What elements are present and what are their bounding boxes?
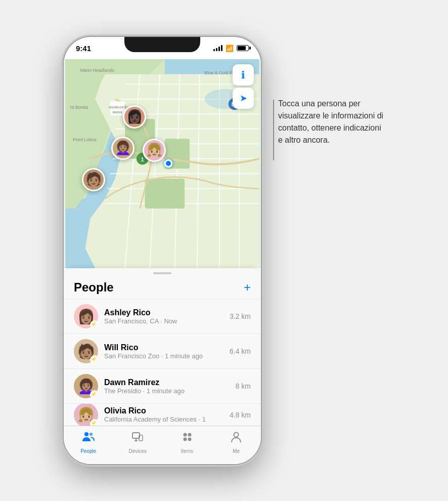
status-icons: 📶: [213, 45, 249, 52]
svg-rect-21: [145, 179, 185, 208]
person-location-ashley: San Francisco, CA · Now: [104, 317, 223, 325]
will-map-pin[interactable]: 🧑🏽: [82, 168, 105, 191]
svg-text:Point Lobos: Point Lobos: [73, 137, 97, 142]
svg-point-43: [188, 438, 191, 441]
nav-item-items[interactable]: Items: [162, 430, 212, 454]
star-will: ⭐: [90, 355, 98, 363]
notch: [124, 37, 200, 52]
avatar-olivia: 👧🏼 ⭐: [74, 403, 98, 426]
person-location-will: San Francisco Zoo · 1 minute ago: [104, 352, 223, 360]
bottom-panel: People + 👩🏽 ⭐ Ashley Rico San Francisco,…: [64, 268, 261, 464]
phone: 9:41 📶: [64, 37, 261, 464]
scene: 9:41 📶: [43, 17, 405, 484]
panel-title: People: [74, 280, 114, 295]
person-name-dawn: Dawn Ramirez: [104, 378, 230, 387]
callout: Tocca una persona per visualizzare le in…: [273, 98, 384, 160]
info-button[interactable]: ℹ: [233, 64, 254, 86]
avatar-will: 🧑🏽 ⭐: [74, 339, 98, 363]
svg-point-34: [84, 432, 88, 436]
person-name-olivia: Olivia Rico: [104, 406, 223, 415]
bottom-nav: People Devices: [64, 426, 261, 464]
people-nav-label: People: [80, 448, 96, 454]
map-area[interactable]: GOLDEN GATE BRIDGE Marin Headlands Point…: [64, 59, 261, 268]
phone-wrapper: 9:41 📶: [64, 37, 261, 464]
nav-item-devices[interactable]: Devices: [113, 430, 163, 454]
panel-header: People +: [64, 274, 261, 299]
person-location-olivia: California Academy of Sciences · 1: [104, 415, 223, 423]
status-time: 9:41: [76, 44, 91, 53]
person-name-ashley: Ashley Rico: [104, 308, 223, 317]
battery-icon: [237, 45, 249, 51]
star-dawn: ⭐: [90, 390, 98, 398]
wifi-icon: 📶: [226, 45, 234, 52]
svg-text:BRIDGE: BRIDGE: [113, 111, 123, 114]
person-info-dawn: Dawn Ramirez The Presidio · 1 minute ago: [104, 378, 230, 395]
location-button[interactable]: ➤: [233, 88, 254, 109]
star-ashley: ⭐: [90, 320, 98, 328]
nav-item-people[interactable]: People: [64, 430, 113, 454]
svg-text:nt Bonita: nt Bonita: [70, 105, 88, 110]
person-info-will: Will Rico San Francisco Zoo · 1 minute a…: [104, 343, 223, 360]
person-name-will: Will Rico: [104, 343, 223, 352]
olivia-map-pin[interactable]: 👧🏼: [143, 139, 166, 162]
people-list: 👩🏽 ⭐ Ashley Rico San Francisco, CA · Now…: [64, 299, 261, 426]
person-distance-ashley: 3.2 km: [230, 312, 251, 320]
svg-text:Marin Headlands: Marin Headlands: [80, 68, 114, 73]
person-item-olivia[interactable]: 👧🏼 ⭐ Olivia Rico California Academy of S…: [64, 403, 261, 426]
items-nav-label: Items: [181, 448, 193, 454]
person-distance-olivia: 4.8 km: [230, 411, 251, 419]
svg-point-35: [89, 433, 93, 436]
person-info-olivia: Olivia Rico California Academy of Scienc…: [104, 406, 223, 423]
dawn-map-pin[interactable]: 👩🏽‍🦱: [111, 137, 135, 160]
person-info-ashley: Ashley Rico San Francisco, CA · Now: [104, 308, 223, 325]
person-item-ashley[interactable]: 👩🏽 ⭐ Ashley Rico San Francisco, CA · Now…: [64, 299, 261, 333]
map-svg: GOLDEN GATE BRIDGE Marin Headlands Point…: [64, 59, 261, 268]
svg-point-40: [183, 433, 187, 437]
avatar-ashley: 👩🏽 ⭐: [74, 304, 98, 328]
items-nav-icon: [181, 430, 194, 446]
svg-point-42: [183, 438, 187, 441]
person-location-dawn: The Presidio · 1 minute ago: [104, 387, 230, 395]
people-nav-icon: [82, 430, 95, 446]
devices-nav-label: Devices: [128, 448, 147, 454]
person-distance-dawn: 8 km: [236, 382, 251, 390]
add-person-button[interactable]: +: [244, 280, 251, 295]
svg-point-44: [234, 433, 239, 437]
callout-line: [273, 100, 274, 160]
me-nav-icon: [230, 430, 243, 446]
devices-nav-icon: [131, 430, 144, 446]
person-item-dawn[interactable]: 👩🏽‍🦱 ⭐ Dawn Ramirez The Presidio · 1 min…: [64, 368, 261, 403]
svg-rect-36: [132, 433, 140, 438]
star-olivia: ⭐: [90, 419, 98, 426]
map-buttons: ℹ ➤: [233, 64, 254, 109]
nav-item-me[interactable]: Me: [212, 430, 261, 454]
callout-text: Tocca una persona per visualizzare le in…: [278, 98, 384, 146]
signal-icon: [213, 45, 222, 51]
ashley-map-pin[interactable]: 👩🏿: [123, 105, 146, 129]
person-distance-will: 6.4 km: [230, 347, 251, 355]
avatar-dawn: 👩🏽‍🦱 ⭐: [74, 374, 98, 398]
person-item-will[interactable]: 🧑🏽 ⭐ Will Rico San Francisco Zoo · 1 min…: [64, 333, 261, 368]
me-nav-label: Me: [233, 448, 240, 454]
svg-point-41: [188, 433, 191, 437]
